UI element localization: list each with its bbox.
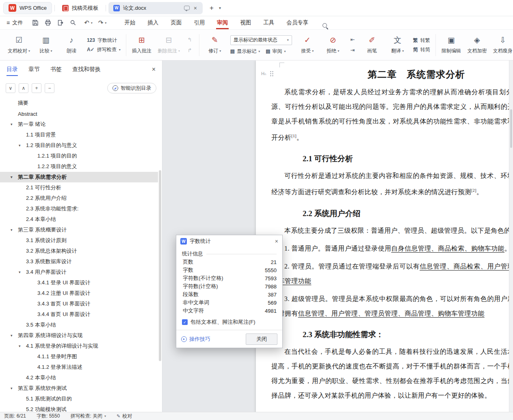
toc-item[interactable]: 3.1 系统设计原则 (0, 235, 158, 246)
toc-expand-arrow-icon[interactable]: ▾ (11, 175, 13, 179)
toc-collapse-all-button[interactable]: ∨ (6, 83, 15, 93)
word-count-button[interactable]: 123字数统计 (87, 37, 121, 44)
menu-tab-审阅[interactable]: 审阅 (217, 16, 228, 29)
close-dialog-button[interactable]: 关闭 (246, 333, 277, 345)
toc-item[interactable]: ▾1.2 项目的目的与意义 (0, 140, 158, 151)
toc-item[interactable]: ▾3.4 用户界面设计 (0, 267, 158, 277)
include-footnotes-option[interactable]: ✓ 包括文本框、脚注和尾注(F) (182, 318, 277, 327)
toc-item[interactable]: ▾第四章 系统详细设计与实现 (0, 330, 158, 341)
tips-link[interactable]: ▸ 操作技巧 (181, 336, 210, 343)
smart-toc-button[interactable]: 智能识别目录 (107, 83, 156, 93)
show-markup-button[interactable]: ▤显示标记▾ (230, 48, 260, 55)
print-icon[interactable] (44, 19, 52, 26)
word-count-indicator[interactable]: 字数: 5550 (37, 413, 60, 420)
tab-docer-template[interactable]: 找稿壳模板 (57, 2, 103, 14)
toc-item[interactable]: 1.2.1 项目的目的 (0, 151, 158, 161)
menu-tab-页面[interactable]: 页面 (171, 16, 182, 29)
panel-tab-书签[interactable]: 书签 (50, 64, 62, 75)
toc-expand-arrow-icon[interactable]: ▾ (19, 344, 21, 348)
new-tab-button[interactable]: + (207, 3, 216, 13)
menu-tab-工具[interactable]: 工具 (263, 16, 274, 29)
dialog-close-icon[interactable]: × (275, 238, 278, 245)
doc-slim-button[interactable]: ⇩文档瘦身 (493, 32, 513, 58)
panel-tab-目录[interactable]: 目录 (6, 64, 18, 75)
spellcheck-indicator[interactable]: 拼写检查: 关闭 ▾ (70, 413, 106, 420)
reject-changes-button[interactable]: ⊘拒绝▾ (323, 32, 343, 58)
proofread-button[interactable]: ✎ 校对 (117, 413, 132, 420)
toc-item[interactable]: 1.2.2 项目的意义 (0, 161, 158, 172)
sidebar-scrollbar[interactable] (159, 170, 161, 361)
toc-item[interactable]: 4.2 本章小结 (0, 372, 158, 383)
toc-item[interactable]: 3.4.3 首页 UI 界面设计 (0, 299, 158, 309)
toc-item[interactable]: 3.3 系统数据库设计 (0, 256, 158, 267)
menu-tab-会员专享[interactable]: 会员专享 (286, 16, 308, 29)
scrollbar-thumb[interactable] (510, 109, 512, 148)
toc-expand-arrow-icon[interactable]: ▾ (19, 143, 21, 147)
toc-expand-arrow-icon[interactable]: ▾ (11, 333, 13, 338)
toc-item[interactable]: 2.2 系统用户介绍 (0, 193, 158, 204)
toc-expand-all-button[interactable]: ∧ (19, 83, 28, 93)
comment-bubble-icon[interactable] (184, 6, 190, 10)
document-page[interactable]: Hₙ 第二章 系统需求分析 系统需求分析，是研发人员经过对业务方需求的理解从而准… (256, 61, 513, 412)
toc-item[interactable]: ▾第五章 系统软件测试 (0, 383, 158, 394)
toc-item[interactable]: ▾第一章 绪论 (0, 119, 158, 130)
toc-item[interactable]: 3.5 本章小结 (0, 320, 158, 330)
toc-expand-arrow-icon[interactable]: ▾ (11, 386, 13, 390)
insert-comment-button[interactable]: ⊞插入批注 (132, 32, 152, 58)
toc-expand-arrow-icon[interactable]: ▾ (11, 122, 13, 126)
heading-level-icon[interactable]: Hₙ (261, 71, 266, 76)
doc-proofread-button[interactable]: ☑文档校对▾ (7, 32, 30, 58)
read-aloud-button[interactable]: ♪朗读 (61, 32, 82, 58)
toc-item[interactable]: 5.2 功能模块测试 (0, 404, 158, 412)
translate-button[interactable]: 文翻译▾ (387, 32, 408, 58)
marks-state-select[interactable]: 显示标记的最终状态▾ (230, 35, 292, 45)
find-icon[interactable] (69, 19, 77, 26)
doc-encrypt-button[interactable]: ◈文档加密 (467, 32, 487, 58)
toc-item[interactable]: 摘要 (0, 98, 158, 108)
vertical-scrollbar[interactable] (509, 61, 513, 412)
panel-tab-查找和替换[interactable]: 查找和替换 (72, 64, 101, 75)
toc-item[interactable]: ▾第二章 系统需求分析 (0, 172, 158, 182)
toc-item[interactable]: ▾第三章 系统概要设计 (0, 225, 158, 235)
toc-item[interactable]: 3.4.1 登录 UI 界面设计 (0, 277, 158, 288)
toc-expand-arrow-icon[interactable]: ▾ (19, 270, 21, 274)
toc-item[interactable]: 3.2 系统总体架构设计 (0, 246, 158, 256)
toc-item[interactable]: Abstract (0, 108, 158, 119)
tab-document-active[interactable]: W 论文.docx × (108, 2, 203, 14)
paragraph-drag-handle-icon[interactable] (270, 71, 274, 77)
toc-item[interactable]: 2.4 本章小结 (0, 214, 158, 225)
toc-expand-arrow-icon[interactable]: ▾ (11, 228, 13, 232)
menu-tab-开始[interactable]: 开始 (124, 16, 135, 29)
toc-item[interactable]: 4.1.1 登录时序图 (0, 351, 158, 362)
compare-button[interactable]: ▥比较▾ (36, 32, 56, 58)
toc-plus-button[interactable]: + (32, 83, 41, 93)
toc-item[interactable]: 5.1 系统测试的目的 (0, 394, 158, 404)
spell-check-button[interactable]: A✓拼写检查▾ (87, 46, 121, 53)
panel-tab-章节[interactable]: 章节 (28, 64, 40, 75)
tab-wps-home[interactable]: W WPS Office (3, 2, 52, 14)
previous-change-button[interactable]: ⇤ (348, 36, 357, 43)
toc-item[interactable]: 3.4.2 注册 UI 界面设计 (0, 288, 158, 299)
review-pane-button[interactable]: ▤审阅▾ (266, 48, 286, 55)
close-document-tab-button[interactable]: × (193, 5, 198, 11)
checkbox-checked-icon[interactable]: ✓ (182, 319, 188, 325)
next-change-button[interactable]: ⇥ (348, 47, 357, 54)
tab-list-caret-icon[interactable]: ▾ (219, 6, 221, 10)
track-changes-button[interactable]: ✎修订▾ (205, 32, 225, 58)
ink-brush-button[interactable]: ✐画笔 (362, 32, 382, 58)
file-menu-button[interactable]: ≡ 文件 (6, 19, 23, 26)
dialog-titlebar[interactable]: W 字数统计 × (176, 235, 282, 247)
restrict-editing-button[interactable]: ▣限制编辑 (441, 32, 461, 58)
toc-item[interactable]: 3.4.4 首页 UI 界面设计 (0, 309, 158, 320)
save-icon[interactable] (32, 19, 39, 26)
menu-tab-引用[interactable]: 引用 (194, 16, 205, 29)
accept-changes-button[interactable]: ✓接受▾ (297, 32, 318, 58)
toc-item[interactable]: 1.1 项目背景 (0, 130, 158, 140)
redo-icon[interactable]: ↷ (98, 19, 104, 26)
export-icon[interactable] (57, 19, 64, 26)
toc-item[interactable]: ▾4.1 系统登录的详细设计与实现 (0, 341, 158, 351)
to-traditional-button[interactable]: 繁转繁 (413, 37, 430, 44)
menu-tab-插入[interactable]: 插入 (147, 16, 158, 29)
toc-item[interactable]: 4.1.2 登录算法描述 (0, 362, 158, 372)
to-simplified-button[interactable]: 简转简 (413, 46, 430, 53)
